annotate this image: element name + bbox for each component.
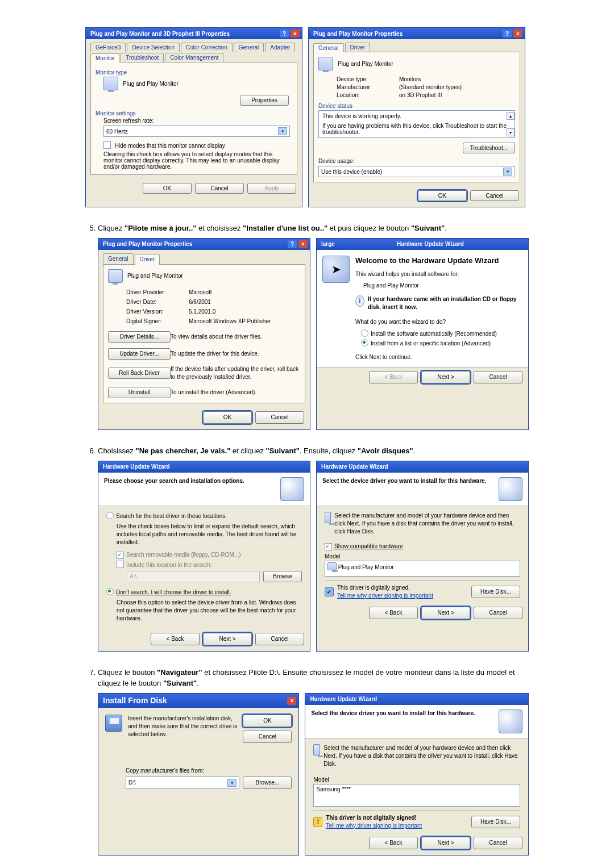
- instr: Select the manufacturer and model of you…: [334, 512, 520, 536]
- model-list[interactable]: Plug and Play Monitor: [325, 561, 520, 577]
- sign-label: Digital Signer:: [126, 318, 189, 326]
- cancel-button[interactable]: Cancel: [255, 411, 304, 424]
- step-7: Cliquez le bouton "Navigateur" et choisi…: [98, 667, 529, 855]
- steps-list: Cliquez "Pilote mise à jour.." et choisi…: [85, 223, 529, 868]
- cancel-button[interactable]: Cancel: [243, 731, 292, 743]
- usage-dropdown[interactable]: Use this device (enable) ▾: [318, 166, 515, 177]
- window-hw-wizard-welcome: large Hardware Update Wizard ➤ Welcome t…: [316, 238, 529, 430]
- wizard-icon: [499, 477, 522, 501]
- compat-label: Show compatible hardware: [334, 543, 403, 549]
- update-driver-button[interactable]: Update Driver...: [108, 348, 171, 360]
- path-input[interactable]: A:\: [127, 571, 260, 582]
- date-label: Driver Date:: [126, 298, 189, 306]
- close-icon[interactable]: ×: [291, 30, 300, 37]
- cb-removable[interactable]: [117, 552, 124, 559]
- troubleshoot-button[interactable]: Troubleshoot...: [463, 143, 515, 153]
- window-install-from-disk: Install From Disk × Insert the manufactu…: [98, 693, 299, 856]
- radio-search[interactable]: [106, 512, 114, 519]
- cancel-button[interactable]: Cancel: [470, 190, 519, 201]
- chevron-down-icon: ▾: [227, 779, 237, 787]
- help-icon[interactable]: ?: [288, 240, 297, 248]
- refresh-dropdown[interactable]: 60 Hertz ▾: [103, 126, 290, 137]
- back-button[interactable]: < Back: [369, 837, 418, 849]
- wizard-icon: [280, 477, 304, 501]
- help-icon[interactable]: ?: [280, 30, 289, 37]
- browse-button[interactable]: Browse...: [243, 777, 292, 789]
- help-icon[interactable]: ?: [503, 30, 512, 37]
- browse-button[interactable]: Browse: [263, 571, 302, 582]
- cancel-button[interactable]: Cancel: [474, 837, 522, 849]
- model-item: Plug and Play Monitor: [338, 564, 394, 570]
- tab-geforce3[interactable]: GeForce3: [90, 43, 126, 52]
- tab-driver[interactable]: Driver: [135, 254, 160, 265]
- figure-row-3: Hardware Update Wizard Please choose you…: [98, 461, 529, 652]
- next-button[interactable]: Next >: [421, 607, 470, 619]
- close-icon[interactable]: ×: [298, 240, 308, 248]
- dont-note: Choose this option to select the device …: [117, 599, 302, 623]
- window-title: Plug and Play Monitor Properties: [313, 31, 403, 37]
- cd-icon: i: [355, 295, 364, 307]
- cb2: Include this location in the search:: [126, 562, 212, 568]
- cancel-button[interactable]: Cancel: [255, 633, 304, 645]
- compat-checkbox[interactable]: [325, 543, 332, 550]
- model-list[interactable]: Samsung ****: [313, 784, 520, 807]
- apply-button[interactable]: Apply: [247, 183, 296, 194]
- properties-button[interactable]: Properties: [240, 95, 289, 106]
- tab-monitor[interactable]: Monitor: [90, 53, 119, 62]
- tab-troubleshoot[interactable]: Troubleshoot: [121, 53, 164, 62]
- ok-button[interactable]: OK: [243, 715, 292, 727]
- ok-button[interactable]: OK: [418, 190, 467, 201]
- radio-auto[interactable]: [361, 329, 368, 337]
- wizard-heading: Select the device driver you want to ins…: [311, 710, 475, 733]
- cb-location[interactable]: [117, 561, 124, 568]
- cancel-button[interactable]: Cancel: [195, 183, 244, 194]
- window-hw-wizard-select-samsung: Hardware Update Wizard Select the device…: [305, 693, 529, 856]
- close-icon[interactable]: ×: [513, 30, 522, 37]
- ok-button[interactable]: OK: [203, 411, 252, 424]
- uninstall-button[interactable]: Uninstall: [108, 387, 171, 398]
- device-header: Plug and Play Monitor: [338, 61, 393, 67]
- back-button[interactable]: < Back: [369, 371, 418, 383]
- scroll-up-icon[interactable]: ▴: [507, 112, 515, 120]
- back-button[interactable]: < Back: [369, 607, 418, 619]
- status-line2: If you are having problems with this dev…: [322, 123, 511, 135]
- have-disk-button[interactable]: Have Disk...: [471, 586, 520, 598]
- prov-label: Driver Provider:: [126, 289, 189, 297]
- next-button[interactable]: Next >: [421, 837, 470, 849]
- tab-general[interactable]: General: [234, 43, 264, 52]
- radio-dont-search[interactable]: [106, 588, 114, 595]
- window-hw-wizard-select-compat: Hardware Update Wizard Select the device…: [316, 461, 529, 652]
- ok-button[interactable]: OK: [143, 183, 192, 194]
- path-value: D:\: [128, 779, 136, 787]
- cancel-button[interactable]: Cancel: [474, 371, 522, 383]
- cancel-button[interactable]: Cancel: [474, 607, 522, 619]
- next-button[interactable]: Next >: [203, 633, 252, 645]
- wizard-heading: Please choose your search and installati…: [104, 477, 244, 501]
- monitor-type-label: Monitor type: [96, 69, 292, 76]
- driver-details-button[interactable]: Driver Details...: [108, 331, 171, 343]
- wizard-device: Plug and Play Monitor: [363, 282, 522, 290]
- close-icon[interactable]: ×: [287, 697, 296, 705]
- hide-modes-checkbox[interactable]: [103, 141, 111, 149]
- tab-adapter[interactable]: Adapter: [265, 43, 295, 52]
- monitor-settings-label: Monitor settings: [96, 110, 292, 116]
- tab-driver[interactable]: Driver: [345, 43, 371, 52]
- have-disk-button[interactable]: Have Disk...: [471, 816, 520, 828]
- tab-device-selection[interactable]: Device Selection: [127, 43, 179, 52]
- tab-color-mgmt[interactable]: Color Management: [165, 53, 223, 62]
- tab-general[interactable]: General: [103, 253, 134, 264]
- scroll-down-icon[interactable]: ▾: [507, 128, 515, 136]
- titlebar: Plug and Play Monitor Properties ? ×: [309, 28, 525, 39]
- usage-label: Device usage:: [318, 158, 515, 164]
- back-button[interactable]: < Back: [151, 633, 200, 645]
- path-dropdown[interactable]: D:\ ▾: [126, 777, 239, 789]
- signing-link[interactable]: Tell me why driver signing is important: [337, 592, 433, 599]
- signing-link[interactable]: Tell me why driver signing is important: [326, 823, 422, 829]
- device-status-box: This device is working properly. If you …: [318, 110, 515, 138]
- rollback-driver-button[interactable]: Roll Back Driver: [108, 368, 171, 379]
- radio-advanced[interactable]: [361, 339, 368, 347]
- tab-color-correction[interactable]: Color Correction: [181, 43, 233, 52]
- model-label: Model: [313, 776, 520, 784]
- next-button[interactable]: Next >: [421, 371, 470, 383]
- tab-general[interactable]: General: [313, 43, 344, 52]
